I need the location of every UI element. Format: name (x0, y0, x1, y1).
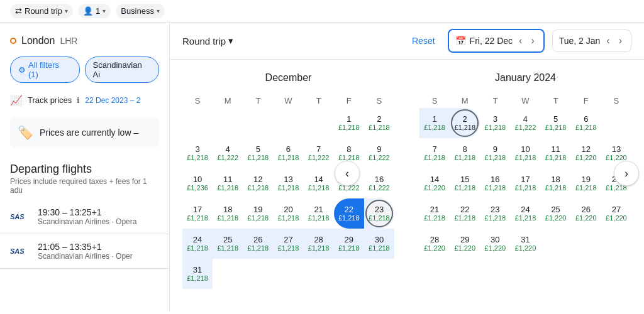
calendar-day-cell[interactable]: 4 £1,222 (510, 108, 540, 138)
calendar-day-cell[interactable]: 2 £1,218 (364, 108, 394, 138)
calendar-day-cell[interactable]: 30 £1,220 (480, 229, 510, 259)
calendar-day-cell[interactable]: 12 £1,218 (243, 168, 273, 198)
day-number: 17 (521, 175, 530, 185)
depart-next-button[interactable]: › (528, 34, 536, 48)
calendar-day-cell[interactable]: 22 £1,218 (334, 198, 364, 229)
class-selector[interactable]: Business ▾ (116, 4, 165, 18)
calendar-day-cell[interactable]: 3 £1,218 (182, 138, 213, 168)
trip-type-calendar-selector[interactable]: Round trip ▾ (182, 35, 233, 46)
flight-card[interactable]: SAS 21:05 – 13:35+1 Scandinavian Airline… (0, 234, 169, 269)
return-date-selector[interactable]: Tue, 2 Jan ‹ › (552, 30, 631, 52)
calendar-day-cell[interactable]: 4 £1,222 (213, 138, 243, 168)
calendar-day-cell[interactable]: 27 £1,218 (273, 229, 303, 259)
calendar-day-cell[interactable]: 9 £1,222 (364, 138, 394, 168)
calendar-day-cell[interactable]: 14 £1,218 (304, 168, 334, 198)
calendar-day-cell[interactable]: 17 £1,218 (510, 168, 540, 198)
flight-card[interactable]: SAS 19:30 – 13:25+1 Scandinavian Airline… (0, 200, 169, 234)
calendar-day-cell[interactable]: 26 £1,220 (571, 198, 601, 229)
calendar-day-cell[interactable]: 6 £1,218 (571, 108, 601, 138)
return-next-button[interactable]: › (616, 34, 625, 48)
day-number: 25 (223, 235, 232, 245)
calendar-day-cell[interactable]: 16 £1,218 (480, 168, 510, 198)
calendar-day-cell[interactable]: 23 £1,218 (480, 198, 510, 229)
calendar-day-cell[interactable]: 21 £1,218 (419, 198, 450, 229)
trip-type-selector[interactable]: ⇄ Round trip ▾ (10, 4, 73, 18)
passenger-selector[interactable]: 👤 1 ▾ (78, 4, 111, 18)
day-number: 10 (193, 175, 202, 185)
calendar-day-cell[interactable]: 16 £1,222 (364, 168, 394, 198)
calendar-day-cell[interactable]: 25 £1,220 (541, 198, 571, 229)
calendar-day-cell[interactable]: 7 £1,218 (419, 138, 450, 168)
day-price: £1,220 (424, 184, 445, 192)
calendar-day-cell[interactable]: 8 £1,218 (450, 138, 480, 168)
calendar-day-cell[interactable]: 10 £1,218 (510, 138, 540, 168)
reset-button[interactable]: Reset (407, 33, 440, 48)
calendar-day-cell[interactable]: 30 £1,218 (364, 229, 394, 259)
track-prices-info-icon[interactable]: ℹ (77, 96, 80, 105)
calendar-day-cell[interactable]: 25 £1,218 (213, 229, 243, 259)
day-number: 7 (316, 144, 321, 154)
calendar-day-cell[interactable]: 27 £1,220 (601, 198, 631, 229)
day-of-week-header: F (571, 94, 601, 108)
trip-dropdown-icon: ▾ (228, 35, 233, 46)
calendar-day-cell[interactable]: 29 £1,218 (334, 229, 364, 259)
calendar-day-cell[interactable]: 13 £1,218 (273, 168, 303, 198)
day-price: £1,218 (278, 154, 299, 162)
calendar-day-cell (304, 108, 334, 138)
calendar-day-cell[interactable]: 28 £1,220 (419, 229, 450, 259)
calendar-day-cell[interactable]: 2 £1,218 (450, 108, 480, 138)
calendar-day-cell[interactable]: 31 £1,218 (182, 259, 213, 289)
calendar-day-cell[interactable]: 1 £1,218 (419, 108, 450, 138)
day-of-week-header: W (510, 94, 540, 108)
track-prices-date: 22 Dec 2023 – 2 (85, 96, 140, 105)
calendar-day-cell[interactable]: 29 £1,220 (450, 229, 480, 259)
calendar-day-cell[interactable]: 7 £1,222 (304, 138, 334, 168)
day-of-week-header: S (364, 94, 394, 108)
day-price: £1,218 (485, 154, 506, 162)
calendar-day-cell[interactable]: 17 £1,218 (182, 198, 213, 229)
calendar-day-cell[interactable]: 20 £1,218 (273, 198, 303, 229)
day-of-week-header: W (273, 94, 303, 108)
origin-search[interactable]: London LHR (0, 30, 169, 51)
month-title: December (182, 72, 394, 84)
calendar-next-button[interactable]: › (614, 161, 639, 186)
airline-filter-chip[interactable]: Scandinavian Ai (85, 57, 159, 83)
calendar-day-cell[interactable]: 15 £1,218 (450, 168, 480, 198)
day-price: £1,218 (248, 184, 269, 192)
calendar-day-cell[interactable]: 18 £1,218 (213, 198, 243, 229)
airline-logo: SAS (10, 213, 30, 220)
calendar-day-cell[interactable]: 24 £1,218 (182, 229, 213, 259)
calendar-day-cell[interactable]: 23 £1,218 (364, 198, 394, 229)
day-of-week-header: T (541, 94, 571, 108)
calendar-day-cell[interactable]: 11 £1,218 (213, 168, 243, 198)
calendar-day-cell[interactable]: 14 £1,220 (419, 168, 450, 198)
calendar-day-cell[interactable]: 1 £1,218 (334, 108, 364, 138)
departure-date-selector[interactable]: 📅 Fri, 22 Dec ‹ › (448, 29, 545, 53)
calendar-day-cell[interactable]: 28 £1,218 (304, 229, 334, 259)
calendar-day-cell[interactable]: 3 £1,218 (480, 108, 510, 138)
calendar-day-cell[interactable]: 5 £1,218 (541, 108, 571, 138)
calendar-day-cell[interactable]: 22 £1,218 (450, 198, 480, 229)
calendar-day-cell[interactable]: 11 £1,218 (541, 138, 571, 168)
calendar-day-cell[interactable]: 6 £1,218 (273, 138, 303, 168)
calendar-day-cell[interactable]: 31 £1,220 (510, 229, 540, 259)
day-number: 9 (493, 144, 497, 154)
day-number: 26 (253, 235, 262, 245)
calendar-day-cell[interactable]: 10 £1,236 (182, 168, 213, 198)
calendar-day-cell[interactable]: 26 £1,218 (243, 229, 273, 259)
calendar-day-cell[interactable]: 21 £1,218 (304, 198, 334, 229)
calendar-day-cell[interactable]: 24 £1,218 (510, 198, 540, 229)
calendar-day-cell[interactable]: 18 £1,218 (541, 168, 571, 198)
depart-prev-button[interactable]: ‹ (516, 34, 525, 48)
calendar-day-cell[interactable]: 5 £1,218 (243, 138, 273, 168)
return-prev-button[interactable]: ‹ (604, 34, 612, 48)
calendar-prev-button[interactable]: ‹ (335, 161, 360, 186)
calendar-day-cell[interactable]: 9 £1,218 (480, 138, 510, 168)
day-price: £1,220 (545, 214, 567, 222)
calendar-day-cell[interactable]: 19 £1,218 (243, 198, 273, 229)
calendar-day-cell[interactable]: 12 £1,220 (571, 138, 601, 168)
calendar-day-cell[interactable]: 19 £1,218 (571, 168, 601, 198)
day-price: £1,218 (424, 214, 445, 222)
day-price: £1,218 (187, 274, 208, 283)
all-filters-button[interactable]: ⚙ All filters (1) (10, 57, 80, 83)
